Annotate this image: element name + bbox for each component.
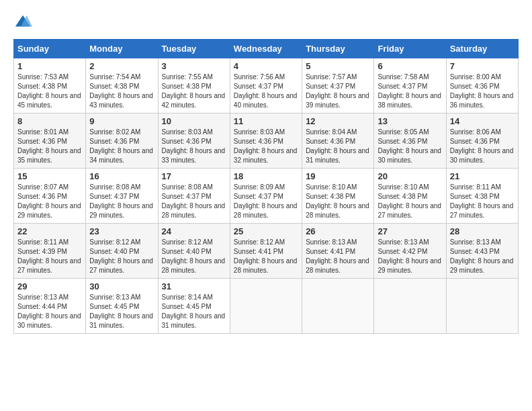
day-number: 29 [17, 281, 82, 291]
weekday-header-sunday: Sunday [14, 40, 86, 58]
calendar-cell: 26 Sunrise: 8:13 AMSunset: 4:41 PMDaylig… [302, 224, 374, 279]
calendar-week-2: 8 Sunrise: 8:01 AMSunset: 4:36 PMDayligh… [14, 113, 519, 169]
calendar-cell: 24 Sunrise: 8:12 AMSunset: 4:40 PMDaylig… [158, 224, 230, 279]
calendar-cell: 13 Sunrise: 8:05 AMSunset: 4:36 PMDaylig… [374, 113, 446, 169]
day-info: Sunrise: 8:12 AMSunset: 4:41 PMDaylight:… [234, 238, 298, 275]
day-number: 9 [89, 116, 154, 126]
calendar-cell: 5 Sunrise: 7:57 AMSunset: 4:37 PMDayligh… [302, 58, 374, 113]
calendar-week-3: 15 Sunrise: 8:07 AMSunset: 4:36 PMDaylig… [14, 169, 519, 224]
day-number: 26 [306, 226, 370, 236]
day-number: 4 [234, 61, 298, 71]
day-number: 25 [234, 226, 298, 236]
day-number: 7 [450, 61, 515, 71]
calendar-cell: 17 Sunrise: 8:08 AMSunset: 4:37 PMDaylig… [158, 169, 230, 224]
day-info: Sunrise: 7:56 AMSunset: 4:37 PMDaylight:… [234, 73, 298, 110]
day-number: 10 [162, 116, 226, 126]
day-info: Sunrise: 8:08 AMSunset: 4:37 PMDaylight:… [89, 183, 154, 220]
day-info: Sunrise: 8:10 AMSunset: 4:38 PMDaylight:… [306, 183, 370, 220]
day-number: 14 [450, 116, 515, 126]
calendar-cell: 1 Sunrise: 7:53 AMSunset: 4:38 PMDayligh… [14, 58, 86, 113]
day-number: 3 [162, 61, 226, 71]
day-info: Sunrise: 7:54 AMSunset: 4:38 PMDaylight:… [89, 73, 154, 110]
calendar-cell: 18 Sunrise: 8:09 AMSunset: 4:37 PMDaylig… [230, 169, 302, 224]
weekday-row: SundayMondayTuesdayWednesdayThursdayFrid… [14, 40, 519, 58]
day-info: Sunrise: 8:02 AMSunset: 4:36 PMDaylight:… [89, 128, 154, 165]
calendar-table: SundayMondayTuesdayWednesdayThursdayFrid… [13, 39, 519, 334]
day-info: Sunrise: 8:13 AMSunset: 4:44 PMDaylight:… [17, 293, 82, 330]
weekday-header-monday: Monday [86, 40, 158, 58]
day-info: Sunrise: 7:57 AMSunset: 4:37 PMDaylight:… [306, 73, 370, 110]
calendar-cell: 20 Sunrise: 8:10 AMSunset: 4:38 PMDaylig… [374, 169, 446, 224]
day-info: Sunrise: 8:01 AMSunset: 4:36 PMDaylight:… [17, 128, 82, 165]
logo-icon [13, 13, 32, 32]
weekday-header-thursday: Thursday [302, 40, 374, 58]
day-number: 23 [89, 226, 154, 236]
day-info: Sunrise: 8:13 AMSunset: 4:43 PMDaylight:… [450, 238, 515, 275]
day-info: Sunrise: 8:04 AMSunset: 4:36 PMDaylight:… [306, 128, 370, 165]
day-info: Sunrise: 7:53 AMSunset: 4:38 PMDaylight:… [17, 73, 82, 110]
calendar-cell [446, 279, 518, 334]
day-number: 8 [17, 116, 82, 126]
day-number: 21 [450, 171, 515, 181]
day-info: Sunrise: 7:58 AMSunset: 4:37 PMDaylight:… [378, 73, 442, 110]
calendar-week-4: 22 Sunrise: 8:11 AMSunset: 4:39 PMDaylig… [14, 224, 519, 279]
calendar-cell: 7 Sunrise: 8:00 AMSunset: 4:36 PMDayligh… [446, 58, 518, 113]
calendar-cell: 2 Sunrise: 7:54 AMSunset: 4:38 PMDayligh… [86, 58, 158, 113]
day-info: Sunrise: 8:13 AMSunset: 4:41 PMDaylight:… [306, 238, 370, 275]
calendar-cell [302, 279, 374, 334]
calendar-cell: 3 Sunrise: 7:55 AMSunset: 4:38 PMDayligh… [158, 58, 230, 113]
day-info: Sunrise: 8:07 AMSunset: 4:36 PMDaylight:… [17, 183, 82, 220]
calendar-cell: 14 Sunrise: 8:06 AMSunset: 4:36 PMDaylig… [446, 113, 518, 169]
day-number: 28 [450, 226, 515, 236]
day-number: 31 [162, 281, 226, 291]
calendar-cell: 27 Sunrise: 8:13 AMSunset: 4:42 PMDaylig… [374, 224, 446, 279]
calendar-cell: 11 Sunrise: 8:03 AMSunset: 4:36 PMDaylig… [230, 113, 302, 169]
calendar-cell: 19 Sunrise: 8:10 AMSunset: 4:38 PMDaylig… [302, 169, 374, 224]
calendar-cell: 29 Sunrise: 8:13 AMSunset: 4:44 PMDaylig… [14, 279, 86, 334]
day-number: 6 [378, 61, 442, 71]
calendar-cell [374, 279, 446, 334]
day-number: 19 [306, 171, 370, 181]
day-number: 16 [89, 171, 154, 181]
calendar-week-1: 1 Sunrise: 7:53 AMSunset: 4:38 PMDayligh… [14, 58, 519, 113]
calendar-cell: 4 Sunrise: 7:56 AMSunset: 4:37 PMDayligh… [230, 58, 302, 113]
calendar-cell: 9 Sunrise: 8:02 AMSunset: 4:36 PMDayligh… [86, 113, 158, 169]
day-number: 30 [89, 281, 154, 291]
day-info: Sunrise: 8:13 AMSunset: 4:42 PMDaylight:… [378, 238, 442, 275]
day-info: Sunrise: 8:06 AMSunset: 4:36 PMDaylight:… [450, 128, 515, 165]
day-info: Sunrise: 8:12 AMSunset: 4:40 PMDaylight:… [89, 238, 154, 275]
day-info: Sunrise: 8:11 AMSunset: 4:38 PMDaylight:… [450, 183, 515, 220]
day-number: 15 [17, 171, 82, 181]
calendar-cell [230, 279, 302, 334]
calendar-cell: 23 Sunrise: 8:12 AMSunset: 4:40 PMDaylig… [86, 224, 158, 279]
day-info: Sunrise: 8:14 AMSunset: 4:45 PMDaylight:… [162, 293, 226, 330]
day-info: Sunrise: 7:55 AMSunset: 4:38 PMDaylight:… [162, 73, 226, 110]
day-number: 11 [234, 116, 298, 126]
day-info: Sunrise: 8:10 AMSunset: 4:38 PMDaylight:… [378, 183, 442, 220]
day-number: 27 [378, 226, 442, 236]
day-info: Sunrise: 8:03 AMSunset: 4:36 PMDaylight:… [162, 128, 226, 165]
calendar-cell: 15 Sunrise: 8:07 AMSunset: 4:36 PMDaylig… [14, 169, 86, 224]
day-info: Sunrise: 8:13 AMSunset: 4:45 PMDaylight:… [89, 293, 154, 330]
day-number: 17 [162, 171, 226, 181]
calendar-week-5: 29 Sunrise: 8:13 AMSunset: 4:44 PMDaylig… [14, 279, 519, 334]
calendar-cell: 10 Sunrise: 8:03 AMSunset: 4:36 PMDaylig… [158, 113, 230, 169]
logo [13, 13, 35, 32]
day-info: Sunrise: 8:11 AMSunset: 4:39 PMDaylight:… [17, 238, 82, 275]
day-info: Sunrise: 8:03 AMSunset: 4:36 PMDaylight:… [234, 128, 298, 165]
day-number: 13 [378, 116, 442, 126]
day-number: 24 [162, 226, 226, 236]
day-number: 2 [89, 61, 154, 71]
day-number: 18 [234, 171, 298, 181]
calendar-cell: 25 Sunrise: 8:12 AMSunset: 4:41 PMDaylig… [230, 224, 302, 279]
weekday-header-friday: Friday [374, 40, 446, 58]
weekday-header-wednesday: Wednesday [230, 40, 302, 58]
day-number: 5 [306, 61, 370, 71]
calendar-cell: 16 Sunrise: 8:08 AMSunset: 4:37 PMDaylig… [86, 169, 158, 224]
day-number: 1 [17, 61, 82, 71]
weekday-header-saturday: Saturday [446, 40, 518, 58]
calendar-cell: 30 Sunrise: 8:13 AMSunset: 4:45 PMDaylig… [86, 279, 158, 334]
calendar-header: SundayMondayTuesdayWednesdayThursdayFrid… [14, 40, 519, 58]
calendar-cell: 8 Sunrise: 8:01 AMSunset: 4:36 PMDayligh… [14, 113, 86, 169]
day-number: 12 [306, 116, 370, 126]
